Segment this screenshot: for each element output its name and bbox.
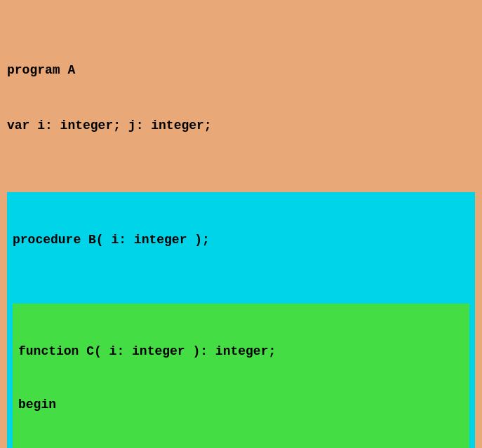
var-line: var i: integer; j: integer;: [7, 116, 475, 136]
function-c-begin: begin: [18, 396, 464, 414]
function-c-block: function C( i: integer ): integer; begin…: [13, 304, 469, 448]
function-c-header: function C( i: integer ): integer;: [18, 343, 464, 360]
procedure-b-block: procedure B( i: integer ); function C( i…: [7, 192, 475, 448]
program-line: program A: [7, 60, 475, 81]
code-area: program A var i: integer; j: integer; pr…: [7, 7, 475, 448]
procedure-b-header: procedure B( i: integer );: [13, 231, 469, 249]
